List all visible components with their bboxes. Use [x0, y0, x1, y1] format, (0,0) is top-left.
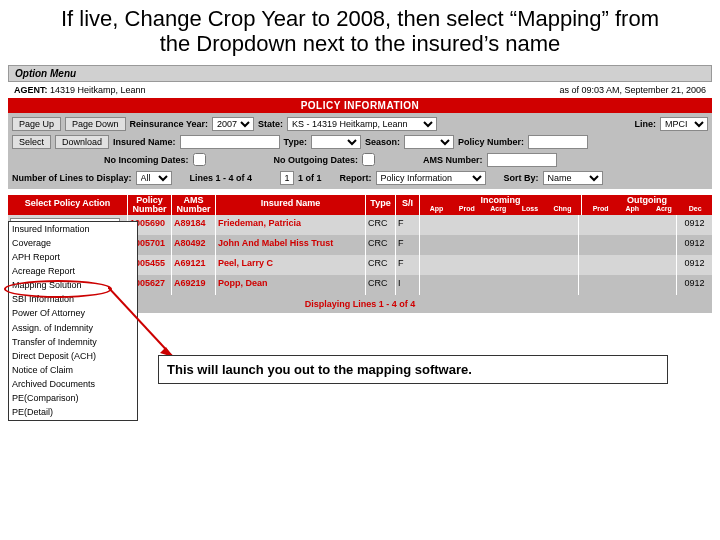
cell-incoming [420, 235, 579, 255]
report-label: Report: [340, 173, 372, 183]
slide-title: If live, Change Crop Year to 2008, then … [0, 0, 720, 61]
cell-type: CRC [366, 275, 396, 295]
menu-item[interactable]: APH Report [9, 250, 137, 264]
season-label: Season: [365, 137, 400, 147]
menu-item[interactable]: Insured Information [9, 222, 137, 236]
cell-out-blank [579, 235, 677, 255]
callout-text: This will launch you out to the mapping … [158, 355, 668, 384]
svg-line-0 [108, 287, 173, 357]
cell-type: CRC [366, 255, 396, 275]
report-select[interactable]: Policy Information [376, 171, 486, 185]
cell-si: F [396, 215, 420, 235]
cell-out-blank [579, 275, 677, 295]
line-select[interactable]: MPCI [660, 117, 708, 131]
th-ams: AMSNumber [172, 195, 216, 215]
insured-name-label: Insured Name: [113, 137, 176, 147]
numlines-label: Number of Lines to Display: [12, 173, 132, 183]
th-policy: PolicyNumber [128, 195, 172, 215]
download-button[interactable]: Download [55, 135, 109, 149]
reins-year-select[interactable]: 2007 [212, 117, 254, 131]
cell-type: CRC [366, 235, 396, 255]
menu-item[interactable]: Acreage Report [9, 264, 137, 278]
page-input[interactable] [280, 171, 294, 185]
cell-ams: A69219 [172, 275, 216, 295]
pagedown-button[interactable]: Page Down [65, 117, 126, 131]
sort-label: Sort By: [504, 173, 539, 183]
th-type: Type [366, 195, 396, 215]
cell-out-blank [579, 255, 677, 275]
th-si: S/I [396, 195, 420, 215]
cell-ams: A89184 [172, 215, 216, 235]
cell-type: CRC [366, 215, 396, 235]
cell-ams: A69121 [172, 255, 216, 275]
line-label: Line: [635, 119, 657, 129]
no-outgoing-label: No Outgoing Dates: [274, 155, 359, 165]
th-name: Insured Name [216, 195, 366, 215]
cell-name: Peel, Larry C [216, 255, 366, 275]
no-incoming-label: No Incoming Dates: [104, 155, 189, 165]
sort-select[interactable]: Name [543, 171, 603, 185]
filter-form: Page Up Page Down Reinsurance Year: 2007… [8, 113, 712, 189]
cell-si: F [396, 235, 420, 255]
menu-item[interactable]: Archived Documents [9, 377, 137, 391]
option-menu-bar[interactable]: Option Menu [8, 65, 712, 82]
state-select[interactable]: KS - 14319 Heitkamp, Leann [287, 117, 437, 131]
cell-ams: A80492 [172, 235, 216, 255]
th-incoming: Incoming AppProdAcrgLossChng [420, 195, 582, 215]
cell-name: Popp, Dean [216, 275, 366, 295]
amsno-label: AMS Number: [423, 155, 483, 165]
amsno-input[interactable] [487, 153, 557, 167]
pageup-button[interactable]: Page Up [12, 117, 61, 131]
type-label: Type: [284, 137, 307, 147]
menu-item[interactable]: PE(Comparison) [9, 391, 137, 405]
policy-info-header: POLICY INFORMATION [8, 98, 712, 113]
state-label: State: [258, 119, 283, 129]
th-action: Select Policy Action [8, 195, 128, 215]
table-header: Select Policy Action PolicyNumber AMSNum… [8, 195, 712, 215]
policyno-label: Policy Number: [458, 137, 524, 147]
cell-si: I [396, 275, 420, 295]
numlines-select[interactable]: All [136, 171, 172, 185]
policy-table: Select Policy Action PolicyNumber AMSNum… [8, 195, 712, 313]
cell-out-acrg: 0912 [677, 275, 712, 295]
select-button[interactable]: Select [12, 135, 51, 149]
cell-out-acrg: 0912 [677, 235, 712, 255]
lines-range: Lines 1 - 4 of 4 [190, 173, 253, 183]
cell-si: F [396, 255, 420, 275]
cell-incoming [420, 255, 579, 275]
policyno-input[interactable] [528, 135, 588, 149]
insured-name-input[interactable] [180, 135, 280, 149]
cell-out-acrg: 0912 [677, 255, 712, 275]
cell-name: Friedeman, Patricia [216, 215, 366, 235]
season-select[interactable] [404, 135, 454, 149]
cell-name: John And Mabel Hiss Trust [216, 235, 366, 255]
cell-out-acrg: 0912 [677, 215, 712, 235]
cell-incoming [420, 275, 579, 295]
as-of-timestamp: as of 09:03 AM, September 21, 2006 [559, 85, 706, 95]
page-range: 1 of 1 [298, 173, 322, 183]
reins-year-label: Reinsurance Year: [130, 119, 208, 129]
agent-value: 14319 Heitkamp, Leann [50, 85, 146, 95]
menu-item[interactable]: Coverage [9, 236, 137, 250]
agent-label: AGENT: [14, 85, 48, 95]
type-select[interactable] [311, 135, 361, 149]
cell-incoming [420, 215, 579, 235]
th-outgoing: Outgoing ProdAphAcrgDec [582, 195, 712, 215]
no-incoming-checkbox[interactable] [193, 153, 206, 166]
menu-item[interactable]: PE(Detail) [9, 405, 137, 419]
no-outgoing-checkbox[interactable] [362, 153, 375, 166]
agent-bar: AGENT: 14319 Heitkamp, Leann as of 09:03… [8, 82, 712, 98]
cell-out-blank [579, 215, 677, 235]
